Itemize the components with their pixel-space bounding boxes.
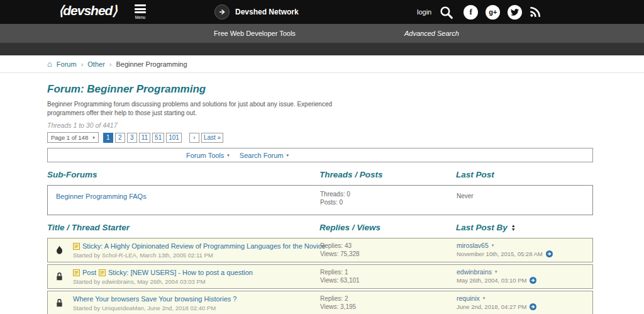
last-post-date-row: May 26th, 2004, 03:10 PM [457, 277, 536, 284]
breadcrumb-forum[interactable]: Forum [57, 60, 77, 68]
post-note-icon [73, 269, 80, 276]
page-button-3[interactable]: 3 [127, 133, 137, 143]
last-post-date-row: November 10th, 2015, 05:28 AM [457, 250, 553, 257]
breadcrumb-separator-icon: › [81, 60, 84, 68]
sort-icon[interactable]: ▲ ▼ [511, 224, 516, 231]
last-post-date: November 10th, 2015, 05:28 AM [457, 250, 543, 257]
secondary-nav: Free Web Developer Tools Advanced Search [0, 24, 644, 43]
thread-list: Sticky: A Highly Opinionated Review of P… [47, 238, 644, 314]
header-actions: login f g+ [417, 0, 541, 24]
page-select-label: Page 1 of 148 [51, 134, 88, 141]
hamburger-icon [133, 4, 147, 13]
page-title: Forum: Beginner Programming [47, 83, 644, 96]
last-post-by-label: Last Post By [456, 223, 508, 232]
thread-title-text: Sticky: [NEW USERS] - How to post a ques… [108, 269, 253, 276]
lock-icon [48, 291, 70, 314]
menu-button[interactable]: Menu [133, 4, 147, 20]
thread-replies: Replies: 2 [320, 295, 348, 302]
rss-icon[interactable] [530, 6, 541, 18]
forum-tools-menu[interactable]: Forum Tools ▾ [186, 152, 230, 159]
last-post-username: edwinbrains [457, 268, 492, 276]
forum-description: Beginner Programming forum discussing pr… [47, 100, 343, 118]
twitter-icon[interactable] [508, 5, 522, 20]
subforum-row: Beginner Programming FAQs Threads: 0 Pos… [47, 185, 593, 215]
goto-last-post-icon[interactable] [530, 277, 536, 284]
page-button-1[interactable]: 1 [103, 133, 113, 143]
subforum-posts-count: Posts: 0 [320, 199, 343, 206]
thread-range-label: Threads 1 to 30 of 4417 [47, 121, 644, 129]
forum-toolbar: Forum Tools ▾ Search Forum ▾ [47, 148, 593, 162]
page-select-dropdown[interactable]: Page 1 of 148 ▾ [47, 132, 99, 143]
main-content: Forum: Beginner Programming Beginner Pro… [0, 73, 644, 314]
table-row: Sticky: A Highly Opinionated Review of P… [47, 238, 593, 262]
subforums-header-row: Sub-Forums Threads / Posts Last Post [47, 170, 593, 181]
divider-strip [0, 43, 644, 55]
chevron-down-icon: ▾ [287, 153, 289, 158]
last-post-user-link[interactable]: requinix ▾ [457, 294, 485, 302]
thread-replies: Replies: 43 [320, 242, 352, 249]
thread-title-text: Where Your browsers Save Your browsing H… [73, 295, 236, 303]
page-button-51[interactable]: 51 [152, 133, 164, 143]
last-post-user-link[interactable]: edwinbrains ▾ [457, 268, 497, 276]
page-button-11[interactable]: 11 [139, 133, 150, 143]
breadcrumb-other[interactable]: Other [87, 60, 105, 68]
sort-down-icon: ▼ [511, 228, 516, 231]
page-button-2[interactable]: 2 [115, 133, 125, 143]
menu-label: Menu [133, 15, 147, 20]
page-button-101[interactable]: 101 [166, 133, 182, 143]
chevron-down-icon: ▾ [492, 243, 494, 248]
lock-icon [48, 265, 70, 288]
next-page-button[interactable]: › [189, 133, 199, 143]
advanced-search-link[interactable]: Advanced Search [404, 30, 459, 37]
facebook-icon[interactable]: f [464, 5, 478, 20]
thread-views: Views: 63,101 [320, 277, 360, 284]
thread-views: Views: 3,195 [320, 303, 356, 310]
chevron-down-icon: ▾ [227, 153, 230, 158]
threads-header-row: Title / Thread Starter Replies / Views L… [47, 223, 593, 234]
subforum-last-post: Never [457, 193, 474, 199]
breadcrumb-current: Beginner Programming [116, 60, 187, 68]
thread-title-text: Sticky: A Highly Opinionated Review of P… [82, 242, 325, 250]
last-post-username: miroslav65 [457, 242, 489, 249]
pagination: Page 1 of 148 ▾ 1 2 3 11 51 101 › Last » [47, 132, 644, 143]
goto-last-post-icon[interactable] [530, 303, 536, 310]
network-label: Devshed Network [235, 8, 299, 16]
thread-title-link[interactable]: Where Your browsers Save Your browsing H… [73, 295, 236, 303]
devshed-network-link[interactable]: Devshed Network [214, 4, 299, 20]
last-post-user-link[interactable]: miroslav65 ▾ [457, 242, 494, 249]
sticky-note-icon [73, 243, 80, 250]
sticky-note-icon [99, 269, 106, 276]
google-plus-icon[interactable]: g+ [486, 5, 500, 20]
chevron-down-icon: ▾ [92, 135, 95, 140]
breadcrumb-separator-icon: › [109, 60, 112, 68]
search-forum-menu[interactable]: Search Forum ▾ [240, 152, 289, 159]
free-tools-link[interactable]: Free Web Developer Tools [214, 30, 296, 37]
subforum-link[interactable]: Beginner Programming FAQs [56, 193, 147, 200]
thread-started-by: Started by Schol-R-LEA, March 13th, 2005… [73, 252, 213, 259]
top-header: ⟨devshed⟩ Menu Devshed Network login f g… [0, 0, 644, 24]
table-row: Where Your browsers Save Your browsing H… [47, 291, 593, 314]
goto-last-post-icon[interactable] [546, 250, 553, 257]
last-post-date: June 2nd, 2018, 04:27 PM [457, 303, 526, 310]
replies-views-column-header: Replies / Views [319, 223, 380, 232]
title-thread-starter-heading: Title / Thread Starter [47, 223, 130, 232]
thread-started-by: Started by UniqueIdeaMan, June 2nd, 2018… [73, 305, 216, 311]
search-forum-label: Search Forum [240, 152, 284, 159]
last-post-by-column-header: Last Post By ▲ ▼ [456, 223, 516, 232]
last-page-button[interactable]: Last » [201, 133, 223, 143]
chevron-down-icon: ▾ [483, 296, 486, 301]
subforum-threads-count: Threads: 0 [320, 191, 350, 198]
thread-replies: Replies: 1 [320, 269, 348, 276]
devshed-logo[interactable]: ⟨devshed⟩ [58, 3, 117, 18]
thread-title-link[interactable]: Post Sticky: [NEW USERS] - How to post a… [73, 269, 253, 276]
hot-thread-icon [48, 238, 70, 262]
arrow-circle-icon [214, 4, 230, 20]
search-icon[interactable] [439, 5, 453, 20]
last-post-date-row: June 2nd, 2018, 04:27 PM [457, 303, 536, 310]
threads-posts-column-header: Threads / Posts [319, 170, 383, 179]
subforums-heading: Sub-Forums [47, 170, 97, 179]
login-link[interactable]: login [417, 8, 431, 16]
home-icon[interactable]: ⌂ [47, 60, 52, 68]
last-post-column-header: Last Post [456, 170, 494, 179]
thread-title-link[interactable]: Sticky: A Highly Opinionated Review of P… [73, 242, 325, 250]
